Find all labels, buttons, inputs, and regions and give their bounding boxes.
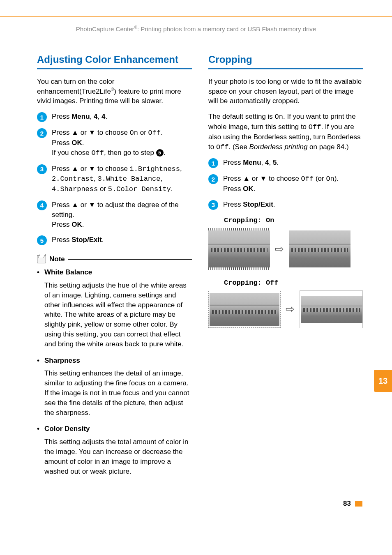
cropping-title: Cropping [208, 54, 363, 66]
step-number-icon: 1 [208, 158, 218, 168]
page-number: 83 [343, 499, 351, 509]
figure-row-on: ⇨ [208, 228, 363, 270]
note-item-sharpness: •Sharpness This setting enhances the det… [37, 356, 192, 418]
section-rule [208, 68, 363, 69]
step-number-icon: 1 [37, 112, 47, 122]
section-rule [37, 68, 192, 69]
figure-on-source [208, 228, 270, 270]
note-item-white-balance: •White Balance This setting adjusts the … [37, 267, 192, 349]
right-step-1: 1 Press Menu, 4, 5. [208, 158, 363, 168]
note-list: •White Balance This setting adjusts the … [37, 267, 192, 482]
chapter-tab: 13 [374, 370, 392, 392]
left-step-3: 3 Press ▲ or ▼ to choose 1.Brightness, 2… [37, 164, 192, 194]
running-header-post: : Printing photos from a memory card or … [137, 25, 316, 32]
running-header-sup: ® [134, 25, 137, 30]
left-step-1: 1 Press Menu, 4, 4. [37, 112, 192, 122]
figure-off-result [300, 290, 363, 328]
arrow-right-icon: ⇨ [286, 302, 295, 316]
note-header: Note [37, 254, 192, 264]
cropping-p1: If your photo is too long or wide to fit… [208, 77, 363, 106]
figure-label-off: Cropping: Off [224, 278, 363, 288]
adjusting-color-title: Adjusting Color Enhancement [37, 54, 192, 66]
page-footer: 83 [0, 482, 392, 525]
left-step-5: 5 Press Stop/Exit. [37, 235, 192, 245]
top-orange-rule [0, 16, 392, 17]
right-step-3: 3 Press Stop/Exit. [208, 200, 363, 210]
figure-off-source [208, 291, 281, 328]
step-number-icon: 2 [37, 128, 47, 138]
step-number-icon: 2 [208, 174, 218, 184]
figure-label-on: Cropping: On [224, 216, 363, 226]
left-column: Adjusting Color Enhancement You can turn… [37, 54, 192, 482]
step-number-icon: 4 [37, 200, 47, 210]
note-item-color-density: •Color Density This setting adjusts the … [37, 424, 192, 476]
note-title: Note [49, 254, 65, 264]
step-ref-icon: 5 [156, 149, 164, 157]
left-step-2: 2 Press ▲ or ▼ to choose On or Off. Pres… [37, 128, 192, 158]
figure-on-result [289, 230, 350, 267]
left-intro: You can turn on the color enhancement(Tr… [37, 77, 192, 106]
left-step-4: 4 Press ▲ or ▼ to adjust the degree of t… [37, 200, 192, 229]
running-header-pre: PhotoCapture Center [76, 25, 134, 32]
step-number-icon: 3 [37, 164, 47, 174]
figure-row-off: ⇨ [208, 290, 363, 328]
arrow-right-icon: ⇨ [275, 242, 284, 256]
running-header: PhotoCapture Center®: Printing photos fr… [0, 25, 392, 33]
note-pencil-icon [37, 255, 46, 263]
step-number-icon: 5 [37, 235, 47, 245]
right-step-2: 2 Press ▲ or ▼ to choose Off (or On). Pr… [208, 174, 363, 194]
footer-accent-icon [355, 501, 362, 507]
step-number-icon: 3 [208, 200, 218, 210]
right-column: Cropping If your photo is too long or wi… [208, 54, 363, 482]
cropping-p2: The default setting is On. If you want t… [208, 112, 363, 152]
